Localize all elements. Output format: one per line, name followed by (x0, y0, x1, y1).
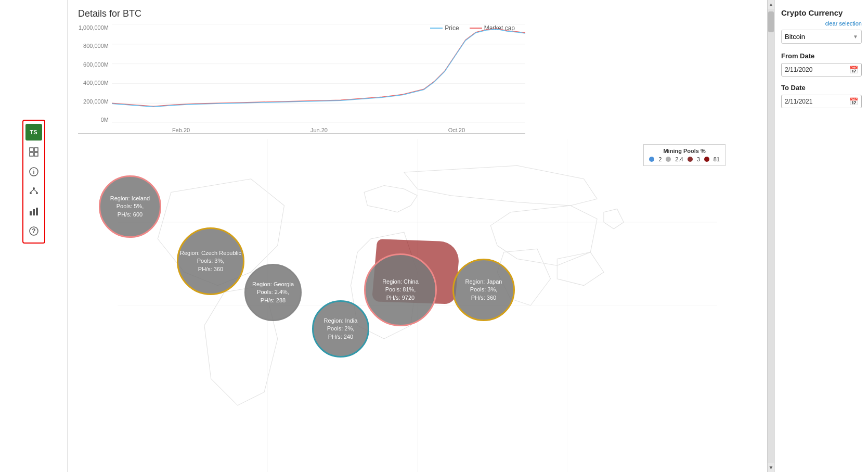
bubble-georgia[interactable]: Region: Georgia Pools: 2.4%, PH/s: 288 (244, 264, 302, 321)
chart-icon[interactable] (25, 203, 42, 220)
legend-dot-3 (688, 157, 693, 162)
ts-icon[interactable]: TS (25, 124, 42, 141)
svg-point-7 (30, 192, 32, 194)
map-section: Mining Pools % 2 2.4 3 81 Region: Icelan… (68, 139, 767, 472)
mining-legend-title: Mining Pools % (649, 148, 720, 154)
svg-line-9 (31, 189, 34, 192)
dropdown-arrow-icon: ▼ (853, 34, 858, 40)
clear-selection-link[interactable]: clear selection (781, 20, 862, 27)
svg-rect-3 (34, 152, 38, 156)
svg-rect-13 (36, 208, 38, 215)
sidebar-toolbar: TS i (22, 120, 45, 244)
right-panel: Crypto Currency clear selection Bitcoin … (774, 0, 868, 472)
main-content: Details for BTC Price Market cap 1,000,0… (68, 0, 767, 472)
to-date-calendar-icon[interactable]: 📅 (849, 97, 858, 106)
to-date-label: To Date (781, 84, 862, 92)
hierarchy-icon[interactable] (25, 183, 42, 200)
help-icon[interactable]: ? (25, 223, 42, 239)
svg-rect-2 (30, 152, 33, 156)
currency-dropdown[interactable]: Bitcoin ▼ (781, 30, 862, 44)
svg-text:i: i (33, 169, 34, 175)
y-axis: 1,000,000M 800,000M 600,000M 400,000M 20… (78, 24, 112, 123)
bubble-india[interactable]: Region: India Pools: 2%, PH/s: 240 (312, 300, 369, 358)
table-icon[interactable] (25, 144, 42, 160)
svg-point-8 (36, 192, 38, 194)
svg-point-6 (33, 187, 35, 189)
from-date-label: From Date (781, 52, 862, 60)
currency-selected-value: Bitcoin (785, 33, 805, 41)
mining-pools-legend: Mining Pools % 2 2.4 3 81 (643, 144, 726, 166)
to-date-input[interactable]: 2/11/2021 📅 (781, 95, 862, 108)
vertical-scrollbar[interactable]: ▲ ▼ (767, 0, 774, 472)
crypto-currency-title: Crypto Currency (781, 8, 862, 17)
svg-rect-0 (30, 148, 33, 151)
bubble-iceland[interactable]: Region: Iceland Pools: 5%, PH/s: 600 (99, 175, 161, 238)
from-date-value: 2/11/2020 (785, 66, 812, 73)
svg-line-10 (34, 189, 37, 192)
svg-rect-11 (30, 211, 32, 215)
from-date-input[interactable]: 2/11/2020 📅 (781, 63, 862, 76)
bubble-china[interactable]: Region: China Pools: 81%, PH/s: 9720 (364, 253, 437, 326)
to-date-value: 2/11/2021 (785, 98, 812, 105)
legend-dot-2-4 (666, 157, 671, 162)
sidebar: TS i (0, 0, 68, 472)
chart-container: Price Market cap 1,000,000M 800,000M 600… (78, 24, 525, 134)
svg-text:?: ? (32, 227, 35, 235)
from-date-calendar-icon[interactable]: 📅 (849, 66, 858, 74)
bubble-japan[interactable]: Region: Japan Pools: 3%, PH/s: 360 (452, 259, 515, 321)
legend-dot-81 (704, 157, 709, 162)
chart-title: Details for BTC (78, 8, 757, 19)
scroll-track (768, 9, 774, 463)
scroll-thumb-v[interactable] (768, 11, 774, 32)
map-bg: Mining Pools % 2 2.4 3 81 Region: Icelan… (68, 139, 767, 472)
chart-section: Details for BTC Price Market cap 1,000,0… (68, 0, 767, 139)
legend-dot-2 (649, 157, 654, 162)
bubble-czech[interactable]: Region: Czech Republic Pools: 3%, PH/s: … (177, 227, 244, 295)
svg-rect-12 (33, 209, 35, 215)
chart-plot (112, 24, 525, 123)
x-axis: Feb.20 Jun.20 Oct.20 (112, 127, 525, 133)
svg-rect-1 (34, 148, 38, 151)
mining-legend-items: 2 2.4 3 81 (649, 156, 720, 162)
info-icon[interactable]: i (25, 163, 42, 180)
